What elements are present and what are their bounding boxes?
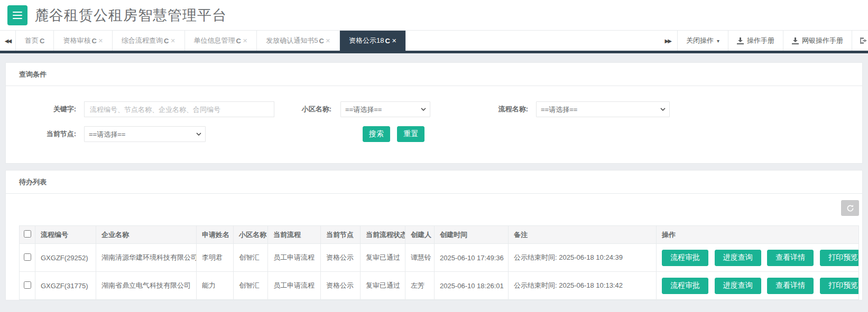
refresh-icon[interactable]: C (40, 37, 44, 45)
logout-icon[interactable] (852, 31, 868, 51)
page-title: 麓谷租赁公租房智慧管理平台 (34, 6, 227, 25)
cell-actions: 流程审批 进度查询 查看详情 打印预览 (657, 244, 859, 272)
col-company: 企业名称 (96, 226, 197, 244)
cell-status: 复审已通过 (361, 244, 405, 272)
reset-button[interactable]: 重置 (397, 126, 424, 142)
community-select[interactable]: ==请选择== (340, 101, 430, 117)
refresh-icon[interactable]: C (319, 37, 324, 45)
col-community: 小区名称 (234, 226, 268, 244)
tab-label: 资格公示18 (349, 36, 384, 45)
cell-community: 创智汇 (234, 272, 268, 300)
cell-process-no: GXGZF(29252) (35, 244, 96, 272)
col-node: 当前节点 (321, 226, 361, 244)
col-process-no: 流程编号 (35, 226, 96, 244)
col-applicant: 申请姓名 (197, 226, 234, 244)
tab-unit-info[interactable]: 单位信息管理 C ✕ (185, 31, 257, 51)
tab-qualification-publicity[interactable]: 资格公示18 C ✕ (340, 31, 406, 51)
cell-process: 员工申请流程 (268, 272, 321, 300)
cell-creator: 谭慧铃 (405, 244, 435, 272)
tab-bar: ◀◀ 首页 C 资格审核 C ✕ 综合流程查询 C ✕ 单位信息管理 C ✕ 发… (0, 30, 868, 51)
cell-actions: 流程审批 进度查询 查看详情 打印预览 (657, 272, 859, 300)
refresh-icon[interactable]: C (164, 37, 169, 45)
table-row: GXGZF(29252) 湖南清源华建环境科技有限公司 李明君 创智汇 员工申请… (20, 244, 859, 272)
cell-community: 创智汇 (234, 244, 268, 272)
cell-process-no: GXGZF(31775) (35, 272, 96, 300)
cell-created-at: 2025-06-10 17:49:36 (435, 244, 509, 272)
refresh-icon[interactable]: C (385, 37, 390, 45)
query-panel-title: 查询条件 (6, 63, 862, 86)
current-node-label: 当前节点: (16, 129, 84, 139)
tab-process-query[interactable]: 综合流程查询 C ✕ (113, 31, 185, 51)
tab-label: 综合流程查询 (122, 36, 163, 45)
tab-label: 单位信息管理 (194, 36, 235, 45)
cell-remark: 公示结束时间: 2025-06-18 10:13:42 (509, 272, 657, 300)
process-approve-button[interactable]: 流程审批 (662, 278, 708, 294)
community-label: 小区名称: (274, 105, 340, 114)
todo-table: 流程编号 企业名称 申请姓名 小区名称 当前流程 当前节点 当前流程状态 创建人… (19, 225, 859, 300)
tabs-scroll-left-icon[interactable]: ◀◀ (0, 31, 16, 51)
print-preview-button[interactable]: 打印预览 (820, 278, 859, 294)
app-header: 麓谷租赁公租房智慧管理平台 (0, 0, 868, 30)
progress-query-button[interactable]: 进度查询 (715, 250, 761, 266)
table-row: GXGZF(31775) 湖南省鼎立电气科技有限公司 能力 创智汇 员工申请流程… (20, 272, 859, 300)
keyword-label: 关键字: (16, 105, 84, 114)
download-icon (737, 37, 744, 44)
tab-label: 发放确认通知书5 (266, 36, 318, 45)
col-process: 当前流程 (268, 226, 321, 244)
manual-download-link[interactable]: 操作手册 (728, 31, 783, 51)
view-details-button[interactable]: 查看详情 (767, 250, 814, 266)
print-preview-button[interactable]: 打印预览 (820, 250, 859, 266)
tabbar-spacer (406, 31, 658, 51)
process-name-label: 流程名称: (430, 105, 536, 114)
row-checkbox[interactable] (24, 281, 31, 289)
process-name-select[interactable]: ==请选择== (536, 101, 670, 117)
tab-label: 资格审核 (63, 36, 90, 45)
refresh-icon (846, 204, 854, 212)
progress-query-button[interactable]: 进度查询 (715, 278, 761, 294)
view-details-button[interactable]: 查看详情 (767, 278, 814, 294)
select-all-checkbox[interactable] (24, 230, 31, 238)
cell-status: 复审已通过 (361, 272, 405, 300)
process-approve-button[interactable]: 流程审批 (662, 250, 708, 266)
col-created-at: 创建时间 (435, 226, 509, 244)
close-icon[interactable]: ✕ (243, 37, 247, 44)
col-status: 当前流程状态 (361, 226, 405, 244)
download-icon (792, 37, 799, 44)
table-refresh-button[interactable] (841, 200, 859, 216)
cell-applicant: 李明君 (197, 244, 234, 272)
col-creator: 创建人 (405, 226, 435, 244)
keyword-input[interactable] (84, 101, 274, 117)
tabs-scroll-right-icon[interactable]: ▶▶ (659, 31, 677, 51)
close-icon[interactable]: ✕ (98, 37, 103, 44)
row-checkbox[interactable] (24, 253, 31, 261)
search-button[interactable]: 搜索 (363, 126, 390, 142)
close-operations-dropdown[interactable]: 关闭操作 ▾ (677, 31, 728, 51)
refresh-icon[interactable]: C (236, 37, 241, 45)
cell-applicant: 能力 (197, 272, 234, 300)
hamburger-menu-button[interactable] (7, 5, 27, 25)
hamburger-icon (13, 12, 22, 13)
col-remark: 备注 (509, 226, 657, 244)
table-header-row: 流程编号 企业名称 申请姓名 小区名称 当前流程 当前节点 当前流程状态 创建人… (20, 226, 859, 244)
cell-process: 员工申请流程 (268, 244, 321, 272)
bank-manual-download-link[interactable]: 网银操作手册 (783, 31, 852, 51)
panel-gap (5, 164, 863, 170)
cell-node: 资格公示 (321, 244, 361, 272)
cell-creator: 左芳 (405, 272, 435, 300)
tab-confirm-notice[interactable]: 发放确认通知书5 C ✕ (257, 31, 340, 51)
cell-node: 资格公示 (321, 272, 361, 300)
close-icon[interactable]: ✕ (392, 37, 396, 44)
tab-home[interactable]: 首页 C (16, 31, 54, 51)
refresh-icon[interactable]: C (91, 37, 96, 45)
todo-panel-title: 待办列表 (6, 171, 862, 194)
cell-company: 湖南清源华建环境科技有限公司 (96, 244, 197, 272)
close-icon[interactable]: ✕ (170, 37, 175, 44)
chevron-down-icon: ▾ (717, 38, 719, 44)
close-icon[interactable]: ✕ (326, 37, 330, 44)
current-node-select[interactable]: ==请选择== (84, 126, 206, 142)
content-area: 查询条件 关键字: 小区名称: ==请选择== 流程名称: ==请选择= (0, 53, 868, 312)
cell-created-at: 2025-06-10 18:26:01 (435, 272, 509, 300)
tab-qualification-review[interactable]: 资格审核 C ✕ (54, 31, 113, 51)
cell-remark: 公示结束时间: 2025-06-18 10:24:39 (509, 244, 657, 272)
cell-company: 湖南省鼎立电气科技有限公司 (96, 272, 197, 300)
